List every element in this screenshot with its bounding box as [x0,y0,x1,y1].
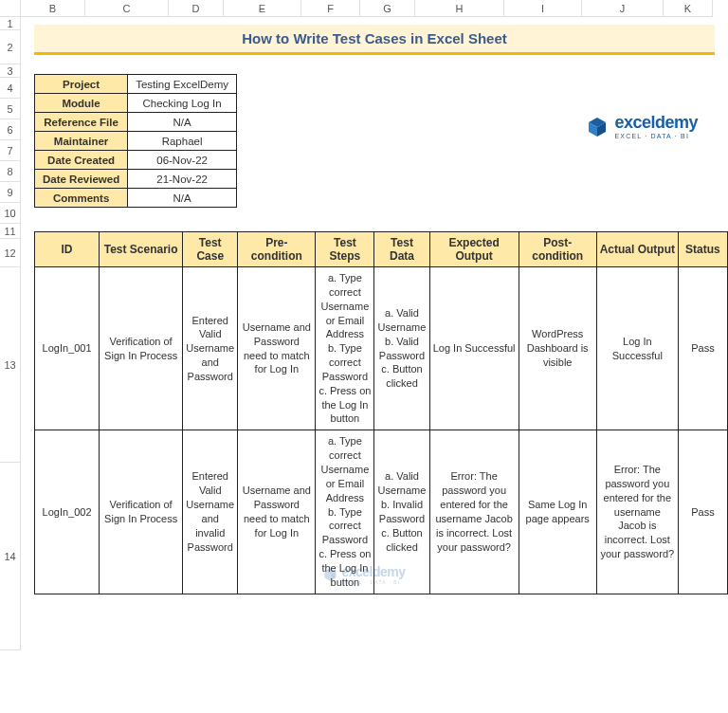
page-title: How to Write Test Cases in Excel Sheet [34,25,715,55]
cell-steps[interactable]: a. Type correct Username or Email Addres… [316,267,374,430]
meta-value[interactable]: Raphael [128,132,237,151]
cell-expected[interactable]: Error: The password you entered for the … [429,430,519,594]
meta-label: Date Reviewed [35,170,128,189]
column-headers: BCDEFGHIJK [21,0,713,17]
row-header-1[interactable]: 1 [0,17,21,30]
cell-actual[interactable]: Error: The password you entered for the … [596,430,678,594]
cell-id[interactable]: LogIn_001 [35,267,100,430]
row-header-3[interactable]: 3 [0,64,21,78]
row-header-7[interactable]: 7 [0,140,21,161]
corner-cell[interactable] [0,0,21,17]
col-header-B[interactable]: B [21,0,85,17]
col-header-K[interactable]: K [664,0,713,17]
meta-table: ProjectTesting ExcelDemyModuleChecking L… [34,74,237,208]
brand-logo: exceldemy EXCEL · DATA · BI [586,114,698,139]
row-header-12[interactable]: 12 [0,239,21,267]
col-header-G[interactable]: G [360,0,415,17]
cell-pre[interactable]: Username and Password need to match for … [238,267,316,430]
meta-value[interactable]: 21-Nov-22 [128,170,237,189]
meta-label: Project [35,75,128,94]
meta-value[interactable]: N/A [128,189,237,208]
col-header-J[interactable]: J [582,0,664,17]
col-header-F[interactable]: F [301,0,360,17]
cell-case[interactable]: Entered Valid Username and Password [183,267,238,430]
table-row: LogIn_002Verification of Sign In Process… [35,430,728,594]
cell-data[interactable]: a. Valid Usernameb. Invalid Passwordc. B… [374,430,429,594]
row-header-8[interactable]: 8 [0,161,21,182]
cell-steps[interactable]: a. Type correct Username or Email Addres… [316,430,374,594]
cell-expected[interactable]: Log In Successful [429,267,519,430]
row-header-9[interactable]: 9 [0,182,21,203]
cell-pre[interactable]: Username and Password need to match for … [238,430,316,594]
table-header[interactable]: ID [35,232,100,267]
meta-value[interactable]: 06-Nov-22 [128,151,237,170]
col-header-H[interactable]: H [415,0,504,17]
table-header[interactable]: Test Scenario [100,232,183,267]
meta-label: Date Created [35,151,128,170]
table-header[interactable]: Status [678,232,727,267]
table-header[interactable]: Pre-condition [238,232,316,267]
col-header-C[interactable]: C [85,0,169,17]
table-header[interactable]: Test Data [374,232,429,267]
cell-id[interactable]: LogIn_002 [35,430,100,594]
col-header-I[interactable]: I [504,0,582,17]
cell-status[interactable]: Pass [678,430,727,594]
cell-scenario[interactable]: Verification of Sign In Process [100,430,183,594]
table-header[interactable]: Actual Output [596,232,678,267]
spreadsheet: BCDEFGHIJK 1234567891011121314 How to Wr… [0,0,728,594]
row-header-2[interactable]: 2 [0,30,21,64]
meta-label: Reference File [35,113,128,132]
row-header-14[interactable]: 14 [0,463,21,650]
row-header-6[interactable]: 6 [0,119,21,140]
row-header-5[interactable]: 5 [0,99,21,119]
row-header-4[interactable]: 4 [0,78,21,99]
row-header-13[interactable]: 13 [0,267,21,463]
table-header[interactable]: Test Steps [316,232,374,267]
meta-label: Comments [35,189,128,208]
col-header-D[interactable]: D [169,0,224,17]
cell-status[interactable]: Pass [678,267,727,430]
table-header[interactable]: Post-condition [519,232,596,267]
row-header-11[interactable]: 11 [0,224,21,239]
logo-text-sub: EXCEL · DATA · BI [614,133,698,139]
cell-post[interactable]: Same Log In page appears [519,430,596,594]
cube-icon [586,116,609,138]
cell-data[interactable]: a. Valid Usernameb. Valid Passwordc. But… [374,267,429,430]
cell-actual[interactable]: Log In Successful [596,267,678,430]
cell-case[interactable]: Entered Valid Username and invalid Passw… [183,430,238,594]
test-cases-table: IDTest ScenarioTest CasePre-conditionTes… [34,231,728,594]
row-header-10[interactable]: 10 [0,203,21,224]
meta-value[interactable]: Testing ExcelDemy [128,75,237,94]
meta-label: Module [35,94,128,113]
row-headers: 1234567891011121314 [0,0,21,650]
meta-value[interactable]: N/A [128,113,237,132]
logo-text-main: exceldemy [614,114,698,131]
table-header[interactable]: Test Case [183,232,238,267]
meta-value[interactable]: Checking Log In [128,94,237,113]
sheet-content: How to Write Test Cases in Excel Sheet P… [21,0,728,594]
meta-label: Maintainer [35,132,128,151]
table-row: LogIn_001Verification of Sign In Process… [35,267,728,430]
cell-scenario[interactable]: Verification of Sign In Process [100,267,183,430]
table-header[interactable]: Expected Output [429,232,519,267]
cell-post[interactable]: WordPress Dashboard is visible [519,267,596,430]
col-header-E[interactable]: E [224,0,301,17]
